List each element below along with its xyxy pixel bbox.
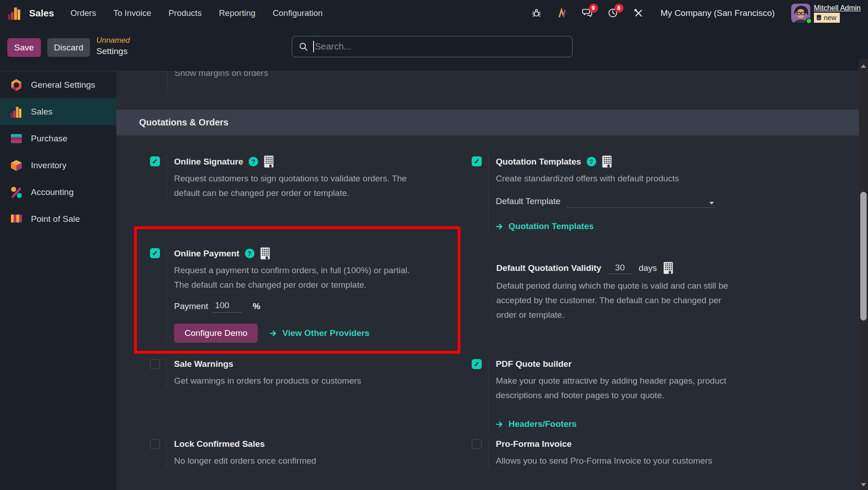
point-of-sale-icon xyxy=(10,212,23,226)
navbar-right: 9 8 My Company (San Francisco) xyxy=(531,4,861,23)
setting-online-payment: Online Payment ? Request a xyxy=(150,247,410,343)
menu-products[interactable]: Products xyxy=(169,8,202,18)
user-name[interactable]: Mitchell Admin xyxy=(814,4,861,12)
bug-icon[interactable] xyxy=(531,7,543,19)
setting-title: Pro-Forma Invoice xyxy=(496,439,572,449)
setting-description: accepted by the customer. The default ca… xyxy=(496,293,728,308)
sidebar-label: Purchase xyxy=(31,134,67,144)
sidebar-item-inventory[interactable]: Inventory xyxy=(0,152,116,179)
quotation-templates-link[interactable]: Quotation Templates xyxy=(496,221,594,231)
setting-title: Online Payment xyxy=(174,249,239,259)
discard-button[interactable]: Discard xyxy=(47,38,90,57)
pdf-quote-builder-checkbox[interactable] xyxy=(472,359,482,369)
clipped-setting-description: Show margins on orders xyxy=(175,71,268,79)
default-template-label: Default Template xyxy=(496,196,560,208)
activities-count-badge: 8 xyxy=(614,4,624,13)
sidebar-item-accounting[interactable]: Accounting xyxy=(0,179,116,205)
link-label: View Other Providers xyxy=(282,328,369,338)
help-icon[interactable]: ? xyxy=(587,157,596,166)
ai-icon[interactable] xyxy=(556,7,568,19)
messages-count-badge: 9 xyxy=(589,4,598,13)
breadcrumb-page[interactable]: Settings xyxy=(96,45,130,57)
sale-warnings-checkbox[interactable] xyxy=(150,359,160,369)
sidebar-label: Inventory xyxy=(31,160,66,170)
settings-content: Show margins on orders Quotations & Orde… xyxy=(116,71,859,490)
view-other-providers-link[interactable]: View Other Providers xyxy=(269,328,369,338)
company-building-icon xyxy=(264,155,274,168)
top-navbar: Sales Orders To Invoice Products Reporti… xyxy=(0,0,868,26)
sidebar-label: General Settings xyxy=(31,80,95,90)
right-arrow-icon xyxy=(496,421,504,428)
general-settings-icon xyxy=(10,78,23,92)
menu-orders[interactable]: Orders xyxy=(70,8,96,18)
section-title: Quotations & Orders xyxy=(139,117,229,128)
sidebar-item-point-of-sale[interactable]: Point of Sale xyxy=(0,205,116,232)
online-status-dot xyxy=(806,18,812,24)
headers-footers-link[interactable]: Headers/Footers xyxy=(496,419,577,429)
tools-icon[interactable] xyxy=(633,7,644,19)
setting-title: Default Quotation Validity xyxy=(496,263,601,274)
setting-default-quotation-validity: Default Quotation Validity 30 days xyxy=(496,262,728,322)
activities-icon[interactable]: 8 xyxy=(607,7,619,19)
setting-online-signature: Online Signature ? Request xyxy=(150,155,407,200)
navbar-left: Sales Orders To Invoice Products Reporti… xyxy=(6,5,323,21)
setting-title: Sale Warnings xyxy=(174,359,233,369)
scrollbar-thumb[interactable] xyxy=(860,192,867,320)
vertical-scrollbar[interactable] xyxy=(859,59,868,490)
online-payment-checkbox[interactable] xyxy=(150,248,160,258)
search-bar[interactable] xyxy=(292,36,573,57)
payment-amount-input[interactable]: 100 xyxy=(213,300,242,313)
setting-description: The default can be changed per order or … xyxy=(174,278,410,292)
menu-to-invoice[interactable]: To Invoice xyxy=(113,8,151,18)
payment-label: Payment xyxy=(174,301,208,313)
company-switcher[interactable]: My Company (San Francisco) xyxy=(661,8,775,18)
sales-icon xyxy=(10,105,23,119)
setting-description: No longer edit orders once confirmed xyxy=(174,454,316,468)
setting-quotation-templates: Quotation Templates ? Crea xyxy=(472,155,715,232)
menu-configuration[interactable]: Configuration xyxy=(273,8,323,18)
setting-description: Get warnings in orders for products or c… xyxy=(174,374,361,388)
scroll-down-arrow[interactable] xyxy=(861,483,866,486)
link-label: Headers/Footers xyxy=(509,419,577,429)
purchase-icon xyxy=(10,132,23,145)
search-icon xyxy=(299,42,309,52)
setting-title: Lock Confirmed Sales xyxy=(174,439,265,449)
search-input[interactable] xyxy=(315,41,566,52)
right-arrow-icon xyxy=(496,223,504,230)
app-name[interactable]: Sales xyxy=(29,8,54,19)
proforma-invoice-checkbox[interactable] xyxy=(472,439,482,449)
configure-demo-button[interactable]: Configure Demo xyxy=(174,324,258,343)
company-building-icon xyxy=(663,262,673,274)
user-menu[interactable]: Mitchell Admin new xyxy=(791,4,861,23)
help-icon[interactable]: ? xyxy=(249,157,258,166)
sidebar-label: Accounting xyxy=(31,187,74,197)
lock-confirmed-sales-checkbox[interactable] xyxy=(150,439,160,449)
setting-title: Online Signature xyxy=(174,157,243,167)
validity-days-input[interactable]: 30 xyxy=(608,263,632,274)
messages-icon[interactable]: 9 xyxy=(582,7,594,19)
database-icon xyxy=(816,15,822,20)
link-label: Quotation Templates xyxy=(509,221,594,231)
chevron-down-icon xyxy=(709,202,714,205)
scroll-up-arrow[interactable] xyxy=(861,65,866,68)
default-template-dropdown[interactable] xyxy=(567,196,715,208)
sales-app-logo-icon[interactable] xyxy=(6,5,23,21)
setting-description: order or template. xyxy=(496,308,728,322)
sidebar-item-sales[interactable]: Sales xyxy=(0,98,116,125)
setting-pdf-quote-builder: PDF Quote builder Make your quote attrac… xyxy=(472,358,726,430)
sidebar-item-general-settings[interactable]: General Settings xyxy=(0,71,116,98)
setting-separator xyxy=(167,71,167,95)
setting-title: Quotation Templates xyxy=(496,157,581,167)
sidebar-item-purchase[interactable]: Purchase xyxy=(0,125,116,152)
menu-reporting[interactable]: Reporting xyxy=(219,8,255,18)
database-name: new xyxy=(824,13,837,22)
online-signature-checkbox[interactable] xyxy=(150,156,160,166)
company-building-icon xyxy=(602,155,612,168)
save-button[interactable]: Save xyxy=(7,38,41,57)
avatar xyxy=(791,4,810,23)
help-icon[interactable]: ? xyxy=(245,249,254,258)
section-header: Quotations & Orders xyxy=(116,110,859,135)
quotation-templates-checkbox[interactable] xyxy=(472,156,482,166)
right-arrow-icon xyxy=(269,330,277,337)
setting-description: Allows you to send Pro-Forma Invoice to … xyxy=(496,454,712,468)
